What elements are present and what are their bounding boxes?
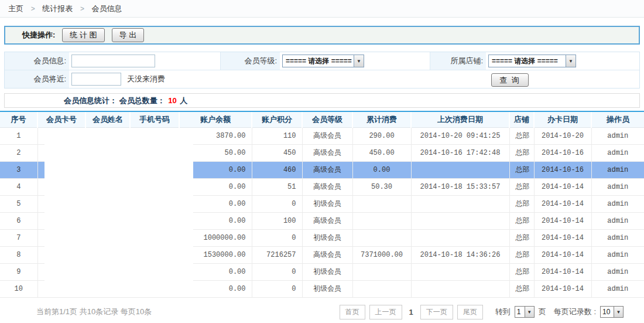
page-size-select[interactable]: 10 ▼ [600, 306, 624, 318]
quick-ops-bar: 快捷操作: 统 计 图 导 出 [4, 26, 640, 45]
cell-date: 2014-10-16 [534, 144, 591, 161]
page-size-label: 每页记录数 : [554, 307, 596, 317]
cell-total [352, 229, 411, 246]
cell-last [411, 195, 509, 212]
search-button[interactable]: 查 询 [491, 73, 529, 87]
cell-total: 290.00 [352, 127, 411, 144]
cell-points: 100 [252, 212, 302, 229]
cell-operator: admin [591, 195, 644, 212]
current-page-number: 1 [409, 308, 413, 317]
cell-total [352, 195, 411, 212]
chevron-down-icon: ▼ [525, 307, 534, 317]
quick-ops-label: 快捷操作: [22, 30, 55, 40]
col-header-last: 上次消费日期 [411, 111, 509, 127]
cell-operator: admin [591, 144, 644, 161]
chevron-down-icon: ▼ [614, 307, 623, 317]
cell-level: 初级会员 [302, 229, 352, 246]
page-size-value: 10 [601, 307, 614, 317]
cell-level: 高级会员 [302, 144, 352, 161]
breadcrumb: 主页 > 统计报表 > 会员信息 [0, 0, 644, 18]
prev-page-button[interactable]: 上一页 [369, 305, 402, 319]
cell-date: 2014-10-14 [534, 263, 591, 280]
cell-store: 总部 [509, 161, 534, 178]
stats-title: 会员信息统计： [64, 96, 117, 105]
page-summary: 当前第1/1页 共10条记录 每页10条 [36, 307, 152, 317]
member-level-label: 会员等级: [220, 52, 280, 70]
cell-seq: 2 [0, 144, 37, 161]
cell-last: 2014-10-20 09:41:25 [411, 127, 509, 144]
export-button[interactable]: 导 出 [112, 28, 145, 42]
cell-points: 0 [252, 195, 302, 212]
cell-total: 50.30 [352, 178, 411, 195]
member-total-count: 10 [168, 96, 176, 105]
cell-last: 2014-10-16 17:42:48 [411, 144, 509, 161]
goto-page-select[interactable]: 1 ▼ [515, 306, 535, 318]
cell-seq: 5 [0, 195, 37, 212]
store-select[interactable]: ===== 请选择 ===== ▼ [488, 55, 576, 67]
col-header-seq: 序号 [0, 111, 37, 127]
col-header-store: 店铺 [509, 111, 534, 127]
cell-points: 0 [252, 229, 302, 246]
goto-page-value: 1 [515, 307, 525, 317]
cell-store: 总部 [509, 212, 534, 229]
goto-suffix: 页 [539, 307, 546, 317]
cell-date: 2014-10-14 [534, 178, 591, 195]
member-level-select[interactable]: ===== 请选择 ===== ▼ [282, 55, 364, 67]
chevron-down-icon: ▼ [566, 55, 576, 67]
cell-date: 2014-10-14 [534, 195, 591, 212]
breadcrumb-home[interactable]: 主页 [8, 4, 23, 13]
cell-store: 总部 [509, 229, 534, 246]
cell-level: 高级会员 [302, 127, 352, 144]
chart-button[interactable]: 统 计 图 [62, 28, 104, 42]
cell-date: 2014-10-20 [534, 127, 591, 144]
cell-last [411, 161, 509, 178]
cell-store: 总部 [509, 246, 534, 263]
cell-seq: 1 [0, 127, 37, 144]
cell-points: 7216257 [252, 246, 302, 263]
cell-seq: 4 [0, 178, 37, 195]
member-level-selected-value: ===== 请选择 ===== [283, 55, 354, 67]
cell-operator: admin [591, 263, 644, 280]
cell-total [352, 212, 411, 229]
cell-store: 总部 [509, 195, 534, 212]
redacted-area [44, 128, 193, 297]
first-page-button[interactable]: 首页 [340, 305, 365, 319]
col-header-points: 账户积分 [252, 111, 302, 127]
cell-level: 高级会员 [302, 178, 352, 195]
cell-seq: 9 [0, 263, 37, 280]
cell-date: 2014-10-14 [534, 246, 591, 263]
col-header-card: 会员卡号 [37, 111, 85, 127]
cell-points: 460 [252, 161, 302, 178]
days-without-consume-input[interactable] [71, 73, 121, 86]
cell-total: 0.00 [352, 161, 411, 178]
member-near-label: 会员将近: [5, 70, 69, 88]
cell-points: 0 [252, 263, 302, 280]
breadcrumb-current-member-info: 会员信息 [92, 4, 122, 13]
cell-last [411, 280, 509, 297]
col-header-date: 办卡日期 [534, 111, 591, 127]
col-header-operator: 操作员 [591, 111, 644, 127]
cell-last: 2014-10-18 15:33:57 [411, 178, 509, 195]
next-page-button[interactable]: 下一页 [420, 305, 453, 319]
cell-level: 高级会员 [302, 212, 352, 229]
breadcrumb-separator: > [80, 5, 84, 13]
stats-unit: 人 [180, 96, 187, 105]
cell-level: 初级会员 [302, 263, 352, 280]
cell-seq: 6 [0, 212, 37, 229]
cell-seq: 10 [0, 280, 37, 297]
cell-total [352, 280, 411, 297]
member-table-wrap: 序号会员卡号会员姓名手机号码账户余额账户积分会员等级累计消费上次消费日期店铺办卡… [0, 111, 644, 298]
table-header-row: 序号会员卡号会员姓名手机号码账户余额账户积分会员等级累计消费上次消费日期店铺办卡… [0, 111, 644, 127]
cell-operator: admin [591, 161, 644, 178]
filter-row-2: 会员将近: 天没来消费 [5, 70, 639, 88]
last-page-button[interactable]: 尾页 [457, 305, 483, 319]
cell-operator: admin [591, 212, 644, 229]
cell-level: 初级会员 [302, 195, 352, 212]
col-header-total: 累计消费 [352, 111, 411, 127]
breadcrumb-reports[interactable]: 统计报表 [42, 4, 73, 13]
goto-label: 转到 [495, 307, 511, 317]
member-info-input[interactable] [71, 55, 155, 67]
cell-date: 2014-10-14 [534, 212, 591, 229]
stats-bar: 会员信息统计： 会员总数量： 10 人 [4, 93, 640, 108]
filter-row-1: 会员信息: 会员等级: ===== 请选择 ===== ▼ 所属店铺: ====… [5, 52, 639, 70]
